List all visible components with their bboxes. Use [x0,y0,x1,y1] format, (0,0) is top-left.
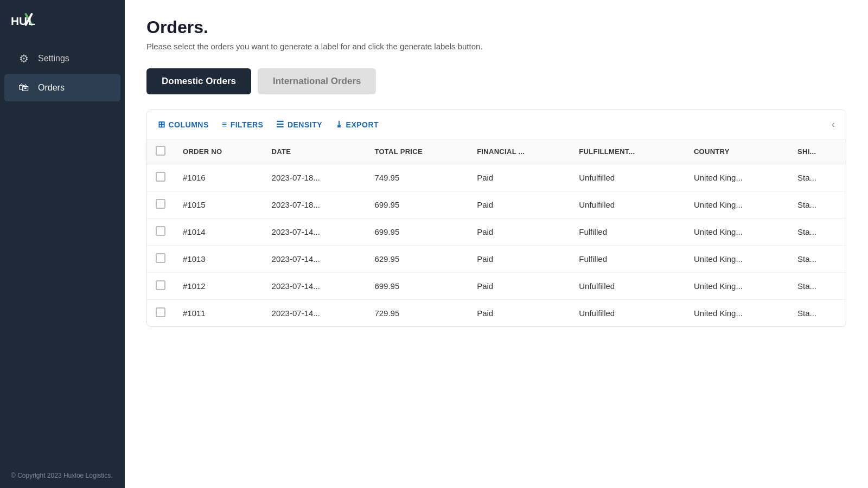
cell-total-price: 629.95 [366,246,468,273]
sidebar-item-settings-label: Settings [38,54,69,63]
table-row: #1014 2023-07-14... 699.95 Paid Fulfille… [147,219,846,246]
cell-order-no: #1016 [174,164,263,191]
orders-table: ORDER NO DATE TOTAL PRICE FINANCIAL ... … [147,139,846,326]
cell-financial: Paid [468,164,570,191]
cell-country: United King... [685,219,789,246]
cell-country: United King... [685,300,789,327]
cell-date: 2023-07-14... [263,246,366,273]
international-orders-tab[interactable]: International Orders [258,68,376,94]
table-row: #1013 2023-07-14... 629.95 Paid Fulfille… [147,246,846,273]
cell-fulfillment: Unfulfilled [570,164,685,191]
cell-financial: Paid [468,300,570,327]
cell-order-no: #1012 [174,273,263,300]
cell-financial: Paid [468,246,570,273]
cell-shi: Sta... [789,273,846,300]
cell-total-price: 699.95 [366,273,468,300]
col-header-date: DATE [263,139,366,164]
row-checkbox-cell [147,300,174,327]
columns-icon: ⊞ [158,119,165,130]
cell-fulfillment: Unfulfilled [570,300,685,327]
col-header-financial: FINANCIAL ... [468,139,570,164]
table-toolbar: ⊞ COLUMNS ≡ FILTERS ☰ DENSITY ⤓ EXPORT ‹ [147,110,846,139]
cell-total-price: 699.95 [366,191,468,219]
cell-date: 2023-07-14... [263,219,366,246]
cell-order-no: #1013 [174,246,263,273]
cell-country: United King... [685,164,789,191]
col-header-order-no: ORDER NO [174,139,263,164]
logo-area: HU LOE [0,0,125,43]
row-checkbox-5[interactable] [156,307,165,317]
cell-total-price: 749.95 [366,164,468,191]
logo-icon: HU LOE [11,11,35,30]
col-header-country: COUNTRY [685,139,789,164]
cell-date: 2023-07-14... [263,300,366,327]
gear-icon: ⚙ [17,52,30,65]
page-title: Orders. [146,17,846,37]
sidebar-nav: ⚙ Settings 🛍 Orders [0,43,125,463]
cell-total-price: 729.95 [366,300,468,327]
col-header-fulfillment: FULFILLMENT... [570,139,685,164]
row-checkbox-cell [147,246,174,273]
cell-date: 2023-07-18... [263,191,366,219]
cell-order-no: #1015 [174,191,263,219]
cell-fulfillment: Fulfilled [570,246,685,273]
cell-financial: Paid [468,191,570,219]
columns-button[interactable]: ⊞ COLUMNS [158,119,209,130]
page-subtitle: Please select the orders you want to gen… [146,42,846,51]
cell-order-no: #1011 [174,300,263,327]
tab-buttons: Domestic Orders International Orders [146,68,846,94]
cell-fulfillment: Fulfilled [570,219,685,246]
domestic-orders-tab[interactable]: Domestic Orders [146,68,251,94]
orders-icon: 🛍 [17,81,30,94]
collapse-button[interactable]: ‹ [832,119,835,130]
density-icon: ☰ [276,119,284,130]
select-all-checkbox[interactable] [156,146,165,156]
cell-financial: Paid [468,273,570,300]
table-row: #1015 2023-07-18... 699.95 Paid Unfulfil… [147,191,846,219]
main-content: Orders. Please select the orders you wan… [125,0,868,488]
row-checkbox-cell [147,219,174,246]
row-checkbox-2[interactable] [156,226,165,236]
cell-country: United King... [685,246,789,273]
cell-total-price: 699.95 [366,219,468,246]
filters-icon: ≡ [222,120,227,130]
row-checkbox-cell [147,191,174,219]
sidebar-item-settings[interactable]: ⚙ Settings [4,44,120,73]
cell-financial: Paid [468,219,570,246]
row-checkbox-cell [147,164,174,191]
sidebar-footer: © Copyright 2023 Huxloe Logistics. [0,463,125,488]
col-header-shi: SHI... [789,139,846,164]
row-checkbox-0[interactable] [156,172,165,182]
row-checkbox-1[interactable] [156,199,165,209]
cell-country: United King... [685,273,789,300]
export-icon: ⤓ [335,119,343,130]
sidebar-item-orders-label: Orders [38,83,65,93]
table-row: #1012 2023-07-14... 699.95 Paid Unfulfil… [147,273,846,300]
cell-date: 2023-07-14... [263,273,366,300]
cell-country: United King... [685,191,789,219]
table-row: #1016 2023-07-18... 749.95 Paid Unfulfil… [147,164,846,191]
cell-shi: Sta... [789,300,846,327]
row-checkbox-3[interactable] [156,253,165,263]
select-all-header [147,139,174,164]
sidebar-item-orders[interactable]: 🛍 Orders [4,74,120,101]
cell-shi: Sta... [789,246,846,273]
cell-date: 2023-07-18... [263,164,366,191]
filters-button[interactable]: ≡ FILTERS [222,120,264,130]
table-row: #1011 2023-07-14... 729.95 Paid Unfulfil… [147,300,846,327]
density-button[interactable]: ☰ DENSITY [276,119,322,130]
svg-text:LOE: LOE [28,15,35,27]
cell-shi: Sta... [789,191,846,219]
sidebar: HU LOE ⚙ Settings 🛍 Orders © Copyright 2… [0,0,125,488]
export-button[interactable]: ⤓ EXPORT [335,119,379,130]
row-checkbox-4[interactable] [156,280,165,290]
cell-fulfillment: Unfulfilled [570,191,685,219]
col-header-total-price: TOTAL PRICE [366,139,468,164]
cell-order-no: #1014 [174,219,263,246]
table-container: ⊞ COLUMNS ≡ FILTERS ☰ DENSITY ⤓ EXPORT ‹ [146,110,846,327]
row-checkbox-cell [147,273,174,300]
cell-fulfillment: Unfulfilled [570,273,685,300]
cell-shi: Sta... [789,164,846,191]
cell-shi: Sta... [789,219,846,246]
